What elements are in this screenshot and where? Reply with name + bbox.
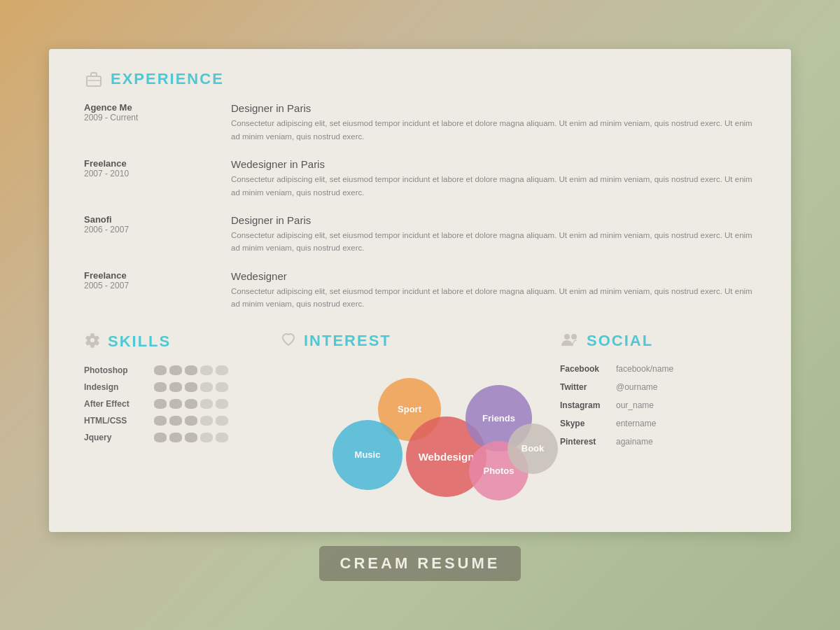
people-icon — [560, 332, 580, 350]
skill-dot — [169, 433, 182, 442]
svg-point-3 — [571, 334, 577, 340]
skill-item: HTML/CSS — [84, 416, 280, 426]
exp-right: Designer in Paris Consectetur adipiscing… — [231, 214, 756, 255]
skill-dot — [200, 365, 213, 375]
skill-dots — [154, 433, 228, 442]
exp-right: Wedesigner in Paris Consectetur adipisci… — [231, 158, 756, 199]
skill-dots — [154, 382, 228, 392]
exp-role: Wedesigner — [231, 270, 756, 282]
skills-header: SKILLS — [84, 332, 280, 351]
experience-item: Sanofi 2006 - 2007 Designer in Paris Con… — [84, 214, 756, 255]
social-title: SOCIAL — [587, 332, 653, 350]
social-label: Instagram — [560, 400, 616, 410]
skill-dot — [154, 416, 167, 426]
exp-left: Sanofi 2006 - 2007 — [84, 214, 231, 255]
exp-right: Wedesigner Consectetur adipiscing elit, … — [231, 270, 756, 311]
exp-desc: Consectetur adipiscing elit, set eiusmod… — [231, 285, 756, 311]
exp-left: Freelance 2007 - 2010 — [84, 158, 231, 199]
exp-left: Freelance 2005 - 2007 — [84, 270, 231, 311]
social-section: SOCIAL Facebook facebook/name Twitter @o… — [560, 332, 756, 504]
social-item: Pinterest againame — [560, 437, 756, 447]
skill-dots — [154, 416, 228, 426]
skill-name: After Effect — [84, 399, 154, 409]
social-header: SOCIAL — [560, 332, 756, 350]
interest-header: INTEREST — [280, 332, 560, 350]
skill-dot — [169, 365, 182, 375]
skill-name: HTML/CSS — [84, 416, 154, 426]
skills-title: SKILLS — [108, 332, 171, 351]
interest-title: INTEREST — [304, 332, 391, 350]
skill-dot — [185, 399, 197, 409]
exp-right: Designer in Paris Consectetur adipiscing… — [231, 102, 756, 143]
skill-item: Indesign — [84, 382, 280, 392]
skill-dot — [169, 382, 182, 392]
exp-company: Freelance — [84, 270, 231, 281]
skill-name: Indesign — [84, 382, 154, 392]
skill-dot — [200, 382, 213, 392]
svg-rect-0 — [87, 76, 101, 86]
social-item: Twitter @ourname — [560, 382, 756, 392]
experience-item: Agence Me 2009 - Current Designer in Par… — [84, 102, 756, 143]
social-label: Facebook — [560, 364, 616, 374]
exp-dates: 2006 - 2007 — [84, 225, 231, 234]
skill-dot — [185, 382, 197, 392]
social-value: our_name — [616, 400, 654, 410]
gear-icon — [84, 332, 101, 351]
skill-dots — [154, 399, 228, 409]
skill-dot — [154, 365, 167, 375]
social-item: Facebook facebook/name — [560, 364, 756, 374]
skill-item: After Effect — [84, 399, 280, 409]
skill-item: Jquery — [84, 433, 280, 442]
bottom-sections: SKILLS Photoshop Indesign After Effect H… — [84, 332, 756, 504]
exp-role: Wedesigner in Paris — [231, 158, 756, 170]
exp-dates: 2005 - 2007 — [84, 281, 231, 290]
heart-icon — [280, 332, 297, 350]
briefcase-icon — [84, 71, 104, 88]
svg-point-2 — [564, 334, 570, 340]
social-item: Instagram our_name — [560, 400, 756, 410]
exp-company: Sanofi — [84, 214, 231, 225]
social-item: Skype entername — [560, 419, 756, 428]
social-label: Twitter — [560, 382, 616, 392]
skills-section: SKILLS Photoshop Indesign After Effect H… — [84, 332, 280, 504]
social-value: @ourname — [616, 382, 658, 392]
social-value: facebook/name — [616, 364, 673, 374]
skill-name: Jquery — [84, 433, 154, 442]
experience-section: EXPERIENCE Agence Me 2009 - Current Desi… — [84, 70, 756, 310]
experience-item: Freelance 2005 - 2007 Wedesigner Consect… — [84, 270, 756, 311]
skill-dot — [154, 433, 167, 442]
skill-dot — [216, 399, 228, 409]
exp-role: Designer in Paris — [231, 214, 756, 226]
skill-dot — [216, 433, 228, 442]
interest-bubble: Book — [507, 424, 558, 474]
exp-left: Agence Me 2009 - Current — [84, 102, 231, 143]
skill-dot — [216, 365, 228, 375]
interest-bubble: Music — [332, 420, 402, 490]
skills-list: Photoshop Indesign After Effect HTML/CSS… — [84, 365, 280, 442]
skill-dot — [185, 365, 197, 375]
skill-dot — [216, 416, 228, 426]
social-label: Skype — [560, 419, 616, 428]
exp-desc: Consectetur adipiscing elit, set eiusmod… — [231, 173, 756, 199]
footer-label: CREAM RESUME — [319, 546, 522, 581]
social-list: Facebook facebook/name Twitter @ourname … — [560, 364, 756, 447]
skill-dot — [169, 399, 182, 409]
experience-item: Freelance 2007 - 2010 Wedesigner in Pari… — [84, 158, 756, 199]
interest-bubbles: SportMusicWebdesignFriendsPhotosBook — [322, 364, 518, 504]
exp-desc: Consectetur adipiscing elit, set eiusmod… — [231, 229, 756, 255]
exp-company: Agence Me — [84, 102, 231, 113]
interest-section: INTEREST SportMusicWebdesignFriendsPhoto… — [280, 332, 560, 504]
page-wrapper: EXPERIENCE Agence Me 2009 - Current Desi… — [49, 49, 791, 580]
resume-card: EXPERIENCE Agence Me 2009 - Current Desi… — [49, 49, 791, 531]
exp-desc: Consectetur adipiscing elit, set eiusmod… — [231, 117, 756, 143]
skill-dots — [154, 365, 228, 375]
skill-dot — [200, 399, 213, 409]
skill-dot — [200, 433, 213, 442]
skill-dot — [154, 399, 167, 409]
social-value: againame — [616, 437, 653, 447]
social-value: entername — [616, 419, 656, 428]
experience-list: Agence Me 2009 - Current Designer in Par… — [84, 102, 756, 310]
exp-role: Designer in Paris — [231, 102, 756, 114]
exp-dates: 2009 - Current — [84, 113, 231, 122]
skill-dot — [154, 382, 167, 392]
